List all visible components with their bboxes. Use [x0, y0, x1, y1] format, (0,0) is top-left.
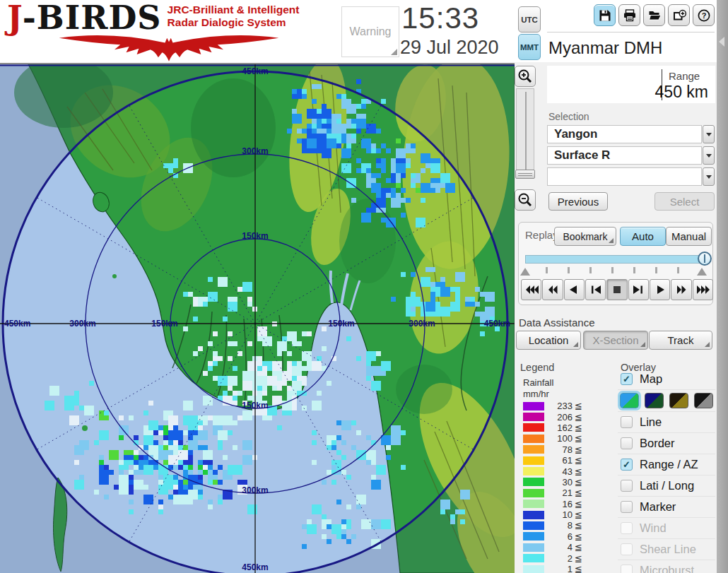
option-select-dropdown-button[interactable] [703, 167, 715, 186]
timezone-toggle: UTC MMT [518, 6, 541, 61]
slider-end-marker-icon[interactable] [697, 268, 707, 276]
legend-color-swatch [523, 500, 544, 508]
range-box: Range 450 km [547, 66, 715, 103]
station-select-value[interactable]: Yangon [547, 125, 702, 143]
overlay-row-map: ✓Map [618, 369, 715, 390]
mmt-button[interactable]: MMT [518, 34, 541, 60]
add-image-button[interactable] [668, 4, 690, 26]
map-style-swatch[interactable] [620, 393, 639, 408]
location-button[interactable]: Location [516, 331, 581, 350]
track-button[interactable]: Track [649, 331, 712, 350]
logo-tagline-2: Radar Dialogic System [168, 16, 286, 28]
legend-row: 16≦ [523, 499, 601, 509]
save-icon [598, 8, 612, 23]
range-ring-label: 150km [328, 319, 354, 329]
legend-color-swatch [523, 532, 544, 540]
step-forward-icon [631, 285, 645, 295]
map-zoom-slider-track[interactable] [516, 88, 534, 175]
range-ring-label: 300km [69, 319, 95, 329]
rainfall-unit-label: mm/hr [523, 389, 549, 399]
overlay-row-border: Border [618, 433, 715, 454]
collapse-arrow-icon [719, 37, 724, 47]
checkbox[interactable] [621, 480, 633, 492]
checkbox[interactable] [621, 501, 633, 513]
data-assistance-label: Data Assistance [519, 317, 595, 329]
play-reverse-button[interactable] [564, 279, 585, 300]
legend-value: 6 [544, 531, 573, 542]
checkbox [621, 543, 633, 555]
product-select-value[interactable]: Surface R [547, 146, 702, 165]
legend-row: 1≦ [523, 564, 601, 573]
step-back-button[interactable] [585, 279, 606, 300]
legend-row: 233≦ [523, 401, 601, 411]
step-forward-button[interactable] [628, 279, 649, 300]
legend-color-swatch [523, 565, 544, 573]
range-ring-label: 450km [242, 562, 268, 572]
map-style-swatch[interactable] [694, 393, 713, 408]
range-ring-label: 450km [484, 319, 510, 329]
replay-slider-track[interactable] [525, 255, 706, 264]
radar-map-canvas[interactable]: 450km300km150km150km300km450km450km300km… [0, 64, 515, 573]
legend-row: 6≦ [523, 531, 601, 542]
auto-button[interactable]: Auto [620, 227, 666, 246]
legend-color-swatch [523, 489, 544, 497]
print-button[interactable] [618, 4, 640, 26]
product-select-dropdown-button[interactable] [703, 146, 715, 165]
rewind-fast-button[interactable] [521, 279, 541, 300]
play-button[interactable] [650, 279, 670, 300]
help-button[interactable]: ? [693, 4, 715, 26]
legend-color-swatch [523, 445, 544, 454]
legend-sign: ≦ [575, 444, 582, 455]
legend-sign: ≦ [575, 499, 582, 509]
legend-value: 2 [544, 553, 573, 564]
legend-sign: ≦ [575, 520, 582, 531]
stop-button[interactable] [606, 279, 627, 300]
checkbox[interactable] [621, 416, 633, 428]
utc-button[interactable]: UTC [518, 6, 541, 33]
play-reverse-icon [567, 285, 581, 295]
panel-collapse-strip[interactable] [717, 0, 728, 573]
station-select-dropdown-button[interactable] [703, 125, 715, 143]
add-image-icon [672, 8, 686, 23]
map-style-swatch[interactable] [645, 393, 664, 408]
checkbox[interactable]: ✓ [621, 373, 633, 385]
warning-button[interactable]: Warning [341, 6, 399, 57]
overlay-row-lati-long: Lati / Long [618, 475, 715, 497]
option-select-value[interactable] [547, 167, 702, 186]
range-ring-label: 450km [4, 319, 30, 329]
save-button[interactable] [594, 4, 616, 26]
print-icon [623, 8, 637, 23]
replay-label: Replay [525, 229, 558, 241]
checkbox[interactable]: ✓ [621, 459, 633, 471]
map-style-swatch[interactable] [669, 393, 688, 408]
legend-value: 206 [544, 412, 573, 423]
header-toolbar: ? [594, 4, 715, 26]
forward-button[interactable] [671, 279, 691, 300]
legend-sign: ≦ [575, 509, 582, 520]
forward-fast-button[interactable] [693, 279, 713, 300]
legend-row: 21≦ [523, 488, 601, 498]
rewind-button[interactable] [542, 279, 563, 300]
range-ring-label: 300km [409, 319, 435, 329]
checkbox [621, 522, 633, 534]
legend-color-swatch [523, 435, 544, 443]
overlay-row-microburst: Microburst [618, 560, 715, 573]
bookmark-button[interactable]: Bookmark [554, 227, 616, 246]
map-zoom-slider-handle[interactable] [515, 170, 535, 179]
map-zoom-in-button[interactable] [515, 66, 536, 87]
legend-row: 2≦ [523, 553, 601, 563]
checkbox[interactable] [621, 437, 633, 449]
manual-button[interactable]: Manual [666, 227, 712, 246]
rewind-icon [546, 285, 560, 295]
legend-value: 233 [544, 401, 573, 411]
previous-button[interactable]: Previous [548, 192, 608, 211]
map-zoom-out-button[interactable] [515, 189, 536, 211]
x-section-button[interactable]: X-Section [583, 331, 648, 350]
replay-slider-handle[interactable] [698, 252, 712, 266]
open-file-button[interactable] [643, 4, 665, 26]
legend-value: 16 [544, 499, 573, 509]
legend-color-swatch [523, 467, 544, 475]
select-button[interactable]: Select [654, 192, 715, 211]
legend-row: 100≦ [523, 433, 601, 444]
slider-start-marker-icon[interactable] [520, 268, 530, 276]
